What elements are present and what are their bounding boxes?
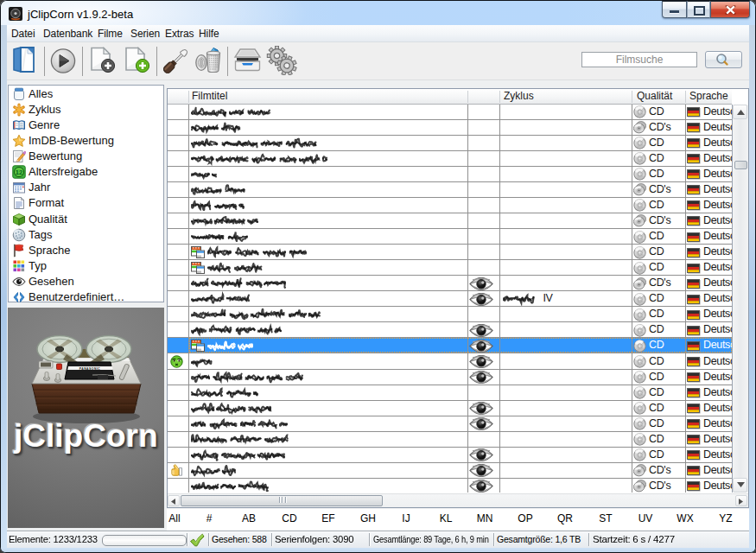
svg-text:PANASONIC: PANASONIC (79, 367, 100, 371)
